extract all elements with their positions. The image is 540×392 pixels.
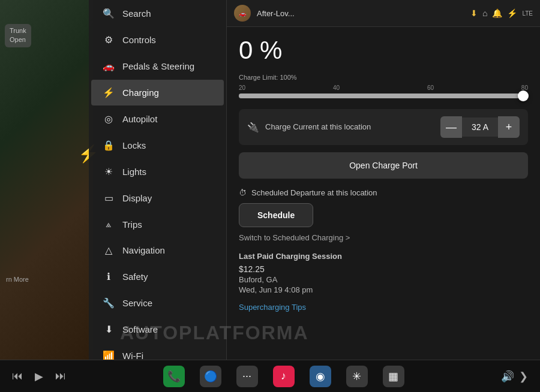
slider-fill bbox=[239, 94, 528, 98]
bottom-app-bluetooth[interactable]: ✳ bbox=[346, 366, 368, 387]
sidebar-item-locks[interactable]: 🔒 Locks bbox=[91, 132, 224, 158]
header-icons: ⬇ ⌂ 🔔 ⚡ LTE bbox=[470, 8, 533, 18]
charge-plug-icon: 🔌 bbox=[247, 122, 259, 133]
sidebar-item-navigation[interactable]: △ Navigation bbox=[91, 237, 224, 263]
sidebar-label-navigation: Navigation bbox=[122, 245, 165, 255]
schedule-button[interactable]: Schedule bbox=[239, 203, 313, 227]
sidebar-label-locks: Locks bbox=[122, 140, 146, 150]
bottom-app-phone[interactable]: 📞 bbox=[163, 366, 185, 387]
play-button[interactable]: ▶ bbox=[35, 370, 43, 383]
scheduled-departure-section: ⏱ Scheduled Departure at this location S… bbox=[239, 188, 528, 242]
volume-icon[interactable]: 🔊 bbox=[501, 370, 514, 383]
profile-avatar[interactable]: 🚗 bbox=[234, 5, 251, 22]
clock-icon: ⏱ bbox=[239, 188, 247, 197]
lte-indicator: LTE bbox=[522, 10, 533, 17]
slider-thumb[interactable] bbox=[518, 91, 529, 101]
tick-60: 60 bbox=[427, 85, 434, 91]
current-minus-button[interactable]: — bbox=[440, 116, 462, 138]
search-icon: 🔍 bbox=[102, 8, 115, 19]
sidebar-item-pedals[interactable]: 🚗 Pedals & Steering bbox=[91, 53, 224, 79]
scheduled-label-text: Scheduled Departure at this location bbox=[251, 188, 377, 197]
sidebar-item-search[interactable]: 🔍 Search bbox=[91, 1, 224, 26]
sidebar-label-search: Search bbox=[122, 8, 151, 19]
last-paid-location: Buford, GA bbox=[239, 275, 528, 284]
charge-limit-slider[interactable] bbox=[239, 94, 528, 98]
content-area: 0 % Charge Limit: 100% 20 40 60 80 🔌 Cha… bbox=[227, 27, 540, 392]
trunk-open-badge: Trunk Open bbox=[5, 24, 31, 47]
bell-icon: 🔔 bbox=[492, 8, 502, 18]
sidebar-item-safety[interactable]: ℹ Safety bbox=[91, 264, 224, 290]
navigation-icon: △ bbox=[102, 245, 115, 256]
scheduled-departure-label: ⏱ Scheduled Departure at this location bbox=[239, 188, 528, 197]
sidebar-label-safety: Safety bbox=[122, 272, 148, 282]
chevron-icon[interactable]: ❯ bbox=[519, 370, 528, 383]
bottom-bar: ⏮ ▶ ⏭ 📞🔵···♪◉✳▦ 🔊 ❯ bbox=[0, 360, 540, 392]
bottom-app-calendar[interactable]: ▦ bbox=[383, 366, 404, 387]
trips-icon: ⟁ bbox=[102, 219, 115, 230]
bluetooth-icon: ⚡ bbox=[507, 8, 517, 18]
sidebar-item-controls[interactable]: ⚙ Controls bbox=[91, 27, 224, 53]
bottom-app-bar: 📞🔵···♪◉✳▦ bbox=[78, 366, 489, 387]
slider-tick-labels: 20 40 60 80 bbox=[239, 85, 528, 91]
download-icon: ⬇ bbox=[470, 8, 478, 18]
current-control: — 32 A + bbox=[440, 116, 520, 138]
header-bar: 🚗 After-Lov... ⬇ ⌂ 🔔 ⚡ LTE bbox=[227, 0, 540, 27]
bottom-right: 🔊 ❯ bbox=[501, 370, 528, 383]
bottom-app-dots[interactable]: ··· bbox=[236, 366, 258, 387]
last-paid-section: Last Paid Charging Session $12.25 Buford… bbox=[239, 252, 528, 312]
learn-more-text: rn More bbox=[6, 276, 29, 283]
sidebar: 🔍 Search ⚙ Controls 🚗 Pedals & Steering … bbox=[89, 0, 227, 392]
current-value: 32 A bbox=[462, 117, 498, 137]
controls-icon: ⚙ bbox=[102, 34, 115, 46]
sidebar-label-pedals: Pedals & Steering bbox=[122, 61, 194, 71]
charge-limit-section: Charge Limit: 100% 20 40 60 80 bbox=[239, 74, 528, 98]
safety-icon: ℹ bbox=[102, 271, 115, 282]
tick-40: 40 bbox=[333, 85, 340, 91]
sidebar-item-charging[interactable]: ⚡ Charging bbox=[91, 80, 224, 105]
next-button[interactable]: ⏭ bbox=[55, 370, 66, 382]
sidebar-label-trips: Trips bbox=[122, 219, 142, 230]
pedals-icon: 🚗 bbox=[102, 61, 115, 72]
charging-icon: ⚡ bbox=[102, 87, 115, 98]
charge-limit-label: Charge Limit: 100% bbox=[239, 74, 528, 81]
supercharging-tips-link[interactable]: Supercharging Tips bbox=[239, 303, 306, 312]
sidebar-item-lights[interactable]: ☀ Lights bbox=[91, 159, 224, 185]
display-icon: ▭ bbox=[102, 192, 115, 204]
sidebar-label-service: Service bbox=[122, 298, 152, 308]
last-paid-date: Wed, Jun 19 4:08 pm bbox=[239, 285, 528, 294]
sidebar-label-display: Display bbox=[122, 193, 152, 203]
locks-icon: 🔒 bbox=[102, 140, 115, 151]
sidebar-label-autopilot: Autopilot bbox=[122, 114, 157, 124]
tick-20: 20 bbox=[239, 85, 245, 91]
sidebar-item-trips[interactable]: ⟁ Trips bbox=[91, 212, 224, 237]
bottom-app-media[interactable]: 🔵 bbox=[200, 366, 221, 387]
bottom-app-map[interactable]: ◉ bbox=[310, 366, 331, 387]
sidebar-label-lights: Lights bbox=[122, 167, 146, 177]
prev-button[interactable]: ⏮ bbox=[12, 370, 23, 382]
sidebar-item-display[interactable]: ▭ Display bbox=[91, 185, 224, 211]
lights-icon: ☀ bbox=[102, 166, 115, 177]
sidebar-label-charging: Charging bbox=[122, 88, 159, 98]
open-charge-port-button[interactable]: Open Charge Port bbox=[239, 152, 528, 179]
home-icon: ⌂ bbox=[482, 8, 487, 18]
sidebar-item-software[interactable]: ⬇ Software bbox=[91, 316, 224, 342]
sidebar-label-controls: Controls bbox=[122, 35, 156, 45]
switch-to-scheduled[interactable]: Switch to Scheduled Charging > bbox=[239, 233, 528, 242]
current-plus-button[interactable]: + bbox=[498, 116, 520, 138]
charge-current-label: Charge Current at this location bbox=[265, 122, 434, 132]
charge-percent: 0 % bbox=[239, 36, 528, 65]
bottom-app-music[interactable]: ♪ bbox=[273, 366, 295, 387]
last-paid-amount: $12.25 bbox=[239, 264, 528, 274]
software-icon: ⬇ bbox=[102, 324, 115, 335]
sidebar-item-autopilot[interactable]: ◎ Autopilot bbox=[91, 106, 224, 132]
sidebar-item-service[interactable]: 🔧 Service bbox=[91, 290, 224, 316]
last-paid-title: Last Paid Charging Session bbox=[239, 252, 528, 261]
background-left bbox=[0, 0, 93, 392]
sidebar-label-software: Software bbox=[122, 324, 158, 334]
service-icon: 🔧 bbox=[102, 297, 115, 309]
charge-current-row: 🔌 Charge Current at this location — 32 A… bbox=[239, 109, 528, 145]
profile-name: After-Lov... bbox=[257, 9, 464, 18]
autopilot-icon: ◎ bbox=[102, 113, 115, 125]
